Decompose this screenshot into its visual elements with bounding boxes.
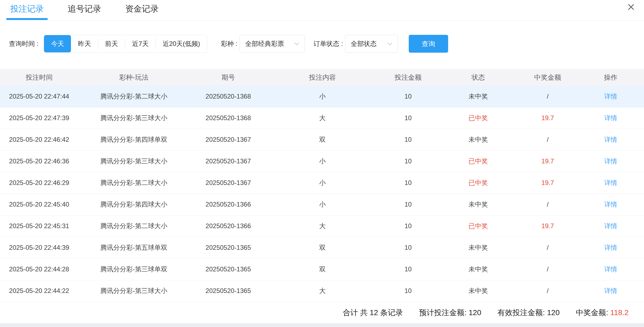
- table-row: 2025-05-20 22:47:39腾讯分分彩-第三球大小20250520-1…: [0, 107, 644, 129]
- prize-amount-value: 118.2: [610, 308, 629, 317]
- cell-bet-content: 小: [267, 172, 378, 194]
- summary-bar: 合计 共 12 条记录 预计投注金额:120 有效投注金额:120 中奖金额:1…: [0, 302, 644, 323]
- detail-link[interactable]: 详情: [604, 114, 617, 122]
- cell-issue: 20250520-1367: [189, 172, 267, 194]
- cell-action: 详情: [577, 237, 644, 258]
- horizontal-scrollbar-track[interactable]: [0, 323, 644, 327]
- detail-link[interactable]: 详情: [604, 222, 617, 230]
- cell-bet-content: 大: [267, 215, 378, 237]
- bet-records-table: 投注时间 彩种-玩法 期号 投注内容 投注金额 状态 中奖金额 操作 2025-…: [0, 69, 644, 302]
- cell-prize: /: [518, 258, 577, 280]
- cell-game-play: 腾讯分分彩-第三球大小: [78, 107, 189, 129]
- detail-link[interactable]: 详情: [604, 244, 617, 251]
- order-status-filter-label: 订单状态 :: [314, 39, 343, 48]
- time-option-yesterday[interactable]: 昨天: [71, 35, 98, 52]
- cell-bet-time: 2025-05-20 22:47:44: [0, 86, 78, 107]
- col-bet-content: 投注内容: [267, 69, 378, 86]
- cell-issue: 20250520-1366: [189, 194, 267, 215]
- detail-link[interactable]: 详情: [604, 93, 617, 100]
- detail-link[interactable]: 详情: [604, 136, 617, 143]
- cell-game-play: 腾讯分分彩-第三球大小: [78, 280, 189, 302]
- cell-game-play: 腾讯分分彩-第二球大小: [78, 172, 189, 194]
- time-filter-label: 查询时间 :: [9, 39, 38, 48]
- expected-bet-amount-value: 120: [469, 308, 481, 317]
- cell-game-play: 腾讯分分彩-第三球大小: [78, 150, 189, 172]
- cell-status: 已中奖: [438, 150, 518, 172]
- time-option-last7days[interactable]: 近7天: [125, 35, 155, 52]
- cell-status: 未中奖: [438, 194, 518, 215]
- cell-action: 详情: [577, 129, 644, 150]
- detail-link[interactable]: 详情: [604, 157, 617, 165]
- cell-issue: 20250520-1365: [189, 237, 267, 258]
- cell-bet-content: 小: [267, 150, 378, 172]
- col-prize-amount: 中奖金额: [518, 69, 577, 86]
- cell-bet-amount: 10: [378, 215, 438, 237]
- detail-link[interactable]: 详情: [604, 265, 617, 273]
- order-status-select[interactable]: 全部状态: [345, 35, 398, 53]
- query-button[interactable]: 查询: [409, 35, 448, 53]
- col-bet-time: 投注时间: [0, 69, 78, 86]
- cell-status: 未中奖: [438, 237, 518, 258]
- cell-game-play: 腾讯分分彩-第二球大小: [78, 86, 189, 107]
- table-row: 2025-05-20 22:44:28腾讯分分彩-第三球单双20250520-1…: [0, 258, 644, 280]
- col-bet-amount: 投注金额: [378, 69, 438, 86]
- cell-issue: 20250520-1368: [189, 107, 267, 129]
- cell-game-play: 腾讯分分彩-第五球单双: [78, 237, 189, 258]
- cell-bet-content: 大: [267, 280, 378, 302]
- cell-bet-time: 2025-05-20 22:44:28: [0, 258, 78, 280]
- time-option-day-before[interactable]: 前天: [98, 35, 125, 52]
- tab-bar: 投注记录 追号记录 资金记录: [0, 0, 644, 21]
- lottery-select[interactable]: 全部经典彩票: [240, 35, 305, 53]
- time-option-today[interactable]: 今天: [44, 35, 71, 52]
- prize-amount: 中奖金额:118.2: [576, 308, 629, 318]
- cell-bet-content: 小: [267, 86, 378, 107]
- cell-action: 详情: [577, 194, 644, 215]
- cell-issue: 20250520-1368: [189, 86, 267, 107]
- valid-bet-amount-value: 120: [547, 308, 560, 317]
- detail-link[interactable]: 详情: [604, 179, 617, 186]
- cell-prize: 19.7: [518, 150, 577, 172]
- cell-prize: /: [518, 129, 577, 150]
- cell-prize: /: [518, 86, 577, 107]
- table-row: 2025-05-20 22:46:36腾讯分分彩-第三球大小20250520-1…: [0, 150, 644, 172]
- col-issue: 期号: [189, 69, 267, 86]
- cell-status: 已中奖: [438, 172, 518, 194]
- cell-game-play: 腾讯分分彩-第二球大小: [78, 215, 189, 237]
- expected-bet-amount-label: 预计投注金额:: [419, 308, 466, 317]
- lottery-filter-label: 彩种 :: [221, 39, 237, 48]
- cell-issue: 20250520-1365: [189, 280, 267, 302]
- detail-link[interactable]: 详情: [604, 201, 617, 208]
- cell-status: 未中奖: [438, 129, 518, 150]
- cell-bet-amount: 10: [378, 258, 438, 280]
- cell-bet-time: 2025-05-20 22:46:36: [0, 150, 78, 172]
- col-status: 状态: [438, 69, 518, 86]
- time-range-segmented-control: 今天 昨天 前天 近7天 近20天(低频): [44, 35, 207, 53]
- time-option-last20days[interactable]: 近20天(低频): [156, 35, 207, 52]
- cell-game-play: 腾讯分分彩-第四球大小: [78, 194, 189, 215]
- cell-action: 详情: [577, 150, 644, 172]
- table-row: 2025-05-20 22:45:31腾讯分分彩-第二球大小20250520-1…: [0, 215, 644, 237]
- order-status-select-value: 全部状态: [351, 39, 377, 48]
- cell-prize: /: [518, 237, 577, 258]
- prize-amount-label: 中奖金额:: [576, 308, 608, 317]
- cell-bet-time: 2025-05-20 22:45:31: [0, 215, 78, 237]
- cell-bet-time: 2025-05-20 22:44:22: [0, 280, 78, 302]
- filter-bar: 查询时间 : 今天 昨天 前天 近7天 近20天(低频) 彩种 : 全部经典彩票…: [0, 35, 644, 53]
- valid-bet-amount: 有效投注金额:120: [498, 308, 560, 318]
- table-header: 投注时间 彩种-玩法 期号 投注内容 投注金额 状态 中奖金额 操作: [0, 69, 644, 86]
- tab-chase-records[interactable]: 追号记录: [64, 0, 105, 20]
- cell-bet-time: 2025-05-20 22:45:40: [0, 194, 78, 215]
- cell-bet-time: 2025-05-20 22:44:39: [0, 237, 78, 258]
- cell-prize: /: [518, 194, 577, 215]
- cell-prize: 19.7: [518, 107, 577, 129]
- col-actions: 操作: [577, 69, 644, 86]
- cell-bet-content: 大: [267, 107, 378, 129]
- tab-fund-records[interactable]: 资金记录: [121, 0, 163, 20]
- cell-status: 已中奖: [438, 215, 518, 237]
- cell-bet-amount: 10: [378, 150, 438, 172]
- table-body: 2025-05-20 22:47:44腾讯分分彩-第二球大小20250520-1…: [0, 86, 644, 302]
- tab-bet-records[interactable]: 投注记录: [6, 0, 48, 20]
- detail-link[interactable]: 详情: [604, 287, 617, 294]
- cell-action: 详情: [577, 215, 644, 237]
- close-button[interactable]: [626, 2, 636, 12]
